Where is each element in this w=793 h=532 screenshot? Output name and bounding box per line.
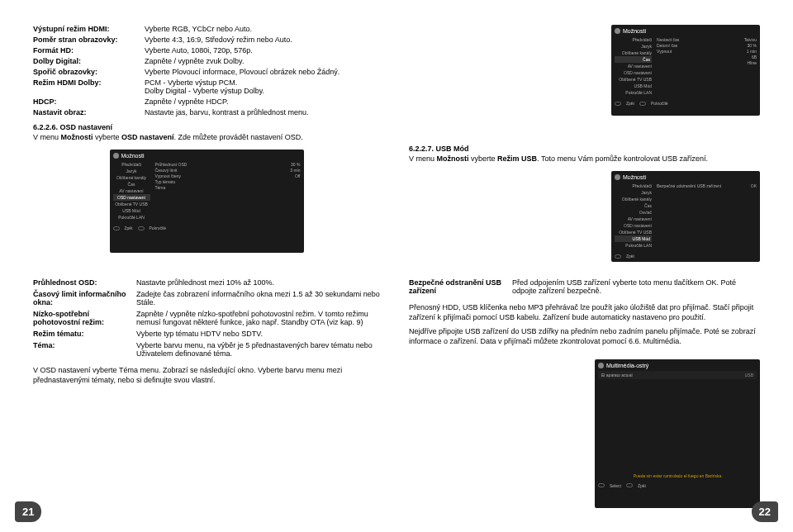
- footer-label: Zpět: [125, 226, 133, 230]
- button-icon: [639, 102, 646, 106]
- label: Bezpečné odstranění USB zařízení: [657, 183, 721, 188]
- label: El aparato actual: [601, 373, 633, 378]
- multimedia-screenshot: Multimédia-ostrý El aparato actual USB P…: [595, 359, 760, 508]
- footer-label: Zpět: [626, 101, 634, 106]
- label: Vypnout: [657, 49, 672, 54]
- row-key: Režim HDMI Dolby:: [33, 78, 145, 95]
- label: Nastavit čas: [657, 37, 679, 42]
- list-item: Jazyk: [113, 168, 150, 174]
- row-val: Nastavte průhlednost mezi 10% až 100%.: [136, 278, 380, 287]
- text: V menu: [409, 154, 437, 163]
- value: 1 min: [747, 49, 757, 54]
- label: Časový limit: [155, 168, 178, 173]
- row-val: Zapněte / vypněte zvuk Dolby.: [145, 57, 380, 65]
- usb-info-paragraph-1: Přenosný HDD, USB klíčenka nebo MP3 přeh…: [409, 303, 760, 322]
- footer-label: Select: [610, 483, 621, 488]
- list-item-highlight: USB Mód: [615, 235, 652, 242]
- label: Téma: [155, 185, 166, 190]
- list-item: OSD nastavení: [615, 69, 652, 76]
- cas-settings-screenshot: Možnosti Předvídači Jazyk Oblíbené kanál…: [611, 25, 760, 116]
- list-item: USB Mód: [615, 83, 652, 89]
- list-item-highlight: OSD nastavení: [113, 194, 150, 201]
- row-key: Nastavit obraz:: [33, 108, 145, 116]
- row-val: Zapněte / vypněte HDCP.: [145, 97, 380, 106]
- row-val: Před odpojením USB zařízení vyberte toto…: [512, 278, 760, 295]
- list-item: Pokročilé LAN: [615, 89, 652, 96]
- list-item: Předvídači: [113, 161, 150, 168]
- list-item: Pokročilé LAN: [113, 214, 150, 221]
- value: Off: [295, 173, 301, 178]
- value: 6B: [752, 55, 757, 59]
- section-627-title: 6.2.2.7. USB Mód: [409, 145, 760, 153]
- value: 30 %: [748, 43, 757, 48]
- row-val: PCM - Vyberte výstup PCM. Dolby Digital …: [145, 78, 380, 95]
- value: Teivivu: [744, 37, 757, 42]
- page-number-right: 22: [752, 501, 778, 522]
- row-val: Zadejte čas zobrazení informačního okna …: [136, 290, 380, 306]
- text: . Toto menu Vám pomůže kontrolovat USB z…: [537, 154, 708, 163]
- list-item: Předvídači: [615, 183, 652, 189]
- footer-label: Zpět: [638, 483, 646, 488]
- row-key: Nízko-spotřební pohotovostní režim:: [33, 310, 136, 326]
- shot-title: Možnosti: [623, 28, 646, 34]
- usb-info-paragraph-2: Nejdříve připojte USB zařízení do USB zd…: [409, 327, 760, 346]
- value: 30 %: [291, 162, 300, 167]
- row-val: Vyberte barvu menu, na výběr je 5 předna…: [136, 341, 380, 358]
- shot-title: Multimédia-ostrý: [606, 363, 648, 368]
- list-item: Oblíbené kanály: [615, 50, 652, 56]
- row-key: Dolby Digital:: [33, 57, 145, 65]
- hdmi-settings-table: Výstupní režim HDMI:Vyberte RGB, YCbCr n…: [33, 25, 380, 116]
- list-item: AV nastavení: [615, 63, 652, 69]
- usb-removal-row: Bezpečné odstranění USB zařízení Před od…: [409, 278, 760, 295]
- list-item: Oblíbené TV USB: [615, 229, 652, 235]
- row-val: Nastavte jas, barvu, kontrast a průhledn…: [145, 108, 380, 116]
- button-icon: [615, 102, 621, 106]
- text: vyberte: [93, 133, 122, 141]
- row-key: Bezpečné odstranění USB zařízení: [409, 278, 512, 295]
- list-item: OSD nastavení: [615, 222, 652, 229]
- footer-label: Pokročilé: [150, 226, 167, 230]
- row-key: Poměr stran obrazovky:: [33, 36, 145, 44]
- value: OK: [751, 183, 757, 188]
- section-626-title: 6.2.2.6. OSD nastavení: [33, 123, 380, 131]
- list-item: Oblíbené kanály: [615, 196, 652, 202]
- usb-mode-screenshot: Možnosti Předvídači Jazyk Oblíbené kanál…: [611, 171, 760, 262]
- list-item: Osvlač: [615, 209, 652, 216]
- text: . Zde můžete provádět nastavení OSD.: [174, 133, 303, 141]
- list-item: Oblíbené kanály: [113, 174, 150, 181]
- list-item: Oblíbené TV USB: [615, 76, 652, 83]
- section-627-text: V menu Možnosti vyberte Režim USB. Toto …: [409, 154, 760, 163]
- list-item: Jazyk: [615, 189, 652, 196]
- list-item-highlight: Čas: [615, 56, 652, 63]
- value: Hline: [748, 60, 757, 65]
- button-icon: [626, 483, 633, 487]
- list-item: Předvídači: [615, 36, 652, 43]
- button-icon: [138, 226, 145, 230]
- text-bold: Možnosti: [437, 154, 469, 163]
- page-number-left: 21: [15, 501, 41, 522]
- label: Vypnout čteny: [155, 173, 182, 178]
- row-key: Průhlednost OSD:: [33, 278, 136, 287]
- list-item: Čas: [113, 181, 150, 188]
- row-val: Vyberte typ tématu HDTV nebo SDTV.: [136, 330, 380, 338]
- shot-title: Možnosti: [121, 153, 145, 159]
- label: Typ tématu: [155, 179, 176, 184]
- osd-theme-paragraph: V OSD nastavení vyberte Téma menu. Zobra…: [33, 366, 380, 385]
- footer-label: Zpět: [626, 254, 634, 259]
- gear-icon: [113, 153, 119, 159]
- list-item: AV nastavení: [113, 188, 150, 194]
- button-icon: [113, 226, 120, 230]
- text-bold: Režim USB: [497, 154, 537, 163]
- gear-icon: [598, 363, 604, 368]
- gear-icon: [615, 174, 620, 180]
- label: Datum/ čas: [657, 43, 677, 48]
- button-icon: [598, 483, 605, 487]
- list-item: USB Mód: [113, 207, 150, 214]
- gear-icon: [615, 28, 620, 34]
- row-key: Výstupní režim HDMI:: [33, 25, 145, 33]
- row-key: Časový limit informačního okna:: [33, 290, 136, 306]
- row-val: Vyberte Plovoucí informace, Plovoucí obr…: [145, 68, 380, 76]
- row-val: Zapněte / vypněte nízko-spotřební pohoto…: [136, 310, 380, 326]
- text-bold: OSD nastavení: [121, 133, 174, 141]
- list-item: Pokročilé LAN: [615, 242, 652, 249]
